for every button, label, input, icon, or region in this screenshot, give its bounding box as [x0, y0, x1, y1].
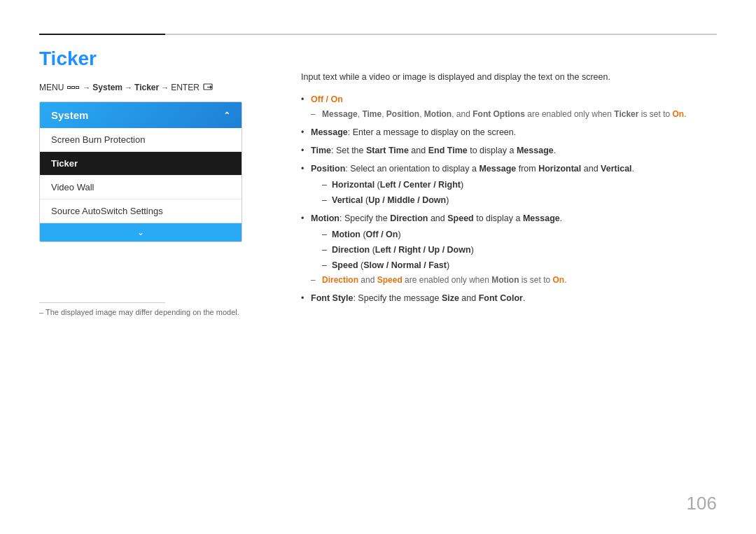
ticker-label: Ticker — [134, 83, 159, 92]
sidebar: System ⌃ Screen Burn Protection Ticker V… — [39, 101, 242, 242]
off-on-note: Message, Time, Position, Motion, and Fon… — [311, 108, 717, 121]
sidebar-item-screen-burn[interactable]: Screen Burn Protection — [40, 128, 241, 152]
page-title: Ticker — [39, 48, 97, 70]
top-border — [39, 34, 717, 35]
menu-label: MENU — [39, 83, 64, 92]
list-item-message: Message: Enter a message to display on t… — [301, 125, 717, 139]
disclaimer: The displayed image may differ depending… — [39, 308, 239, 316]
arrow-1: → — [83, 83, 90, 92]
sidebar-title: System — [51, 109, 88, 121]
motion-sub-list: Motion (Off / On) Direction (Left / Righ… — [311, 227, 717, 272]
enter-label: ENTER — [171, 83, 200, 92]
sidebar-footer: ⌄ — [40, 223, 241, 241]
position-sub-list: Horizontal (Left / Center / Right) Verti… — [311, 178, 717, 207]
motion-sub-motion: Motion (Off / On) — [322, 227, 717, 241]
sidebar-item-source-autoswitch[interactable]: Source AutoSwitch Settings — [40, 199, 241, 223]
list-item-font-style: Font Style: Specify the message Size and… — [301, 291, 717, 305]
horizontal-option: Horizontal (Left / Center / Right) — [322, 178, 717, 192]
menu-icon — [67, 86, 79, 89]
page-number: 106 — [687, 493, 717, 514]
divider-line — [39, 302, 165, 303]
arrow-3: → — [161, 83, 169, 92]
sidebar-item-video-wall[interactable]: Video Wall — [40, 176, 241, 199]
list-item-off-on: Off / On Message, Time, Position, Motion… — [301, 92, 717, 121]
system-label: System — [92, 83, 122, 92]
intro-text: Input text while a video or image is dis… — [301, 70, 717, 84]
vertical-option: Vertical (Up / Middle / Down) — [322, 193, 717, 207]
motion-note: Direction and Speed are enabled only whe… — [311, 274, 717, 287]
off-on-label: Off / On — [311, 94, 343, 104]
chevron-down-icon[interactable]: ⌄ — [137, 227, 144, 237]
list-item-time: Time: Set the Start Time and End Time to… — [301, 143, 717, 157]
list-item-position: Position: Select an orientation to displ… — [301, 162, 717, 207]
sidebar-item-ticker[interactable]: Ticker — [40, 152, 241, 176]
motion-sub-direction: Direction (Left / Right / Up / Down) — [322, 243, 717, 257]
list-item-motion: Motion: Specify the Direction and Speed … — [301, 211, 717, 287]
enter-icon — [203, 83, 214, 92]
breadcrumb: MENU → System → Ticker → ENTER — [39, 83, 216, 92]
sidebar-header: System ⌃ — [40, 102, 241, 128]
motion-sub-speed: Speed (Slow / Normal / Fast) — [322, 258, 717, 272]
content-area: Input text while a video or image is dis… — [301, 70, 717, 309]
chevron-up-icon[interactable]: ⌃ — [223, 111, 230, 120]
arrow-2: → — [125, 83, 132, 92]
feature-list: Off / On Message, Time, Position, Motion… — [301, 92, 717, 305]
